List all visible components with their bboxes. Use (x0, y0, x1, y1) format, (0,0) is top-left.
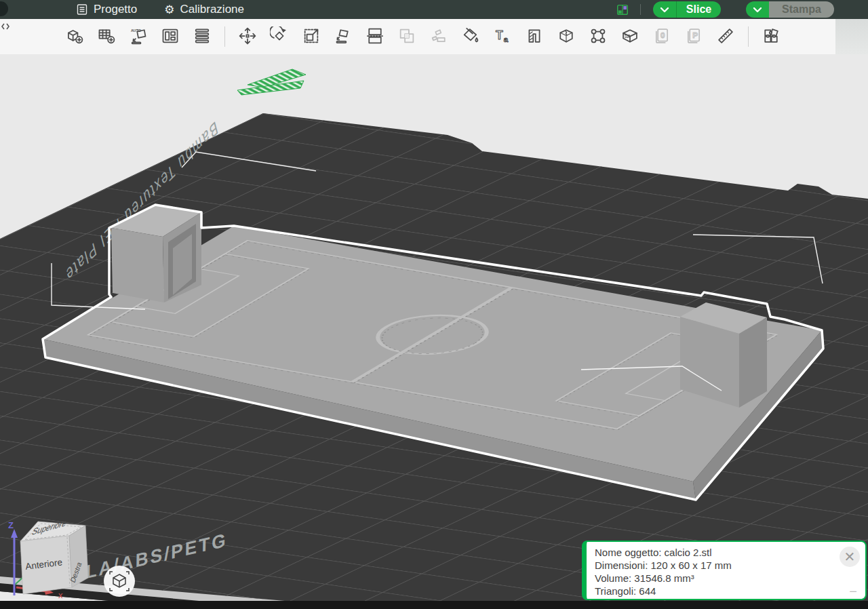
toolbar-repair-button[interactable] (554, 23, 578, 50)
info-line-name: Nome oggetto: calcio 2.stl (595, 546, 838, 559)
toolbar-objects-list-button[interactable] (190, 23, 214, 50)
close-icon: ✕ (844, 551, 856, 564)
measure-icon (716, 26, 735, 45)
assembly-icon (762, 26, 781, 45)
app-window: Bambu Textured PEI Plate PLA/ABS/PETG (0, 0, 868, 609)
toolbar-add-object-button[interactable] (62, 23, 87, 50)
info-line-volume: Volume: 31546.8 mm³ (595, 572, 838, 585)
top-menu-bar: Progetto ⚙ Calibrazione Slice (0, 0, 868, 19)
info-minimize-button[interactable]: − (849, 587, 857, 596)
app-logo (0, 1, 8, 16)
print-split-button: Stampa (746, 1, 834, 18)
toolbar-layers-button[interactable] (618, 23, 642, 50)
right-goal (680, 302, 767, 408)
toolbar-support-button[interactable] (522, 23, 547, 50)
calibration-gear-icon: ⚙ (164, 4, 174, 16)
minus-icon: − (849, 584, 857, 599)
toolbar-lay-flat-button[interactable] (331, 23, 355, 50)
toolbar-add-plate-button[interactable] (94, 23, 119, 50)
center-view-button[interactable] (104, 566, 135, 597)
seam-icon (589, 26, 608, 45)
support-icon (525, 26, 544, 45)
svg-text:T: T (496, 28, 503, 42)
toolbar-paint-button[interactable] (458, 23, 483, 50)
main-toolbar: AUTOTa0P (0, 19, 835, 54)
x-axis-label: x (58, 590, 63, 600)
collapse-chevrons-icon (1, 22, 10, 31)
add-plate-icon (97, 26, 116, 45)
auto-orient-icon: AUTO (129, 26, 148, 45)
slice-split-button: Slice (653, 1, 721, 18)
menu-calibrazione[interactable]: ⚙ Calibrazione (164, 3, 244, 16)
toolbar-preview-p-button[interactable]: P (682, 23, 706, 50)
slice-button[interactable]: Slice (676, 1, 721, 18)
toolbar-rotate-button[interactable] (267, 23, 292, 50)
preview-p-icon: P (684, 26, 703, 45)
info-line-triangles: Triangoli: 644 (595, 585, 838, 597)
cut-icon (366, 26, 384, 45)
toolbar-move-button[interactable] (235, 23, 260, 50)
toolbar-preview-zero-button[interactable]: 0 (650, 23, 674, 50)
print-button[interactable]: Stampa (769, 1, 834, 18)
toolbar-assembly-button[interactable] (759, 23, 783, 50)
move-icon (238, 26, 257, 45)
add-object-icon (65, 26, 84, 45)
toolbar-seam-button[interactable] (586, 23, 610, 50)
objects-list-icon (193, 26, 212, 45)
layers-icon (620, 26, 639, 45)
svg-text:a: a (504, 34, 509, 43)
text-tool-icon: Ta (493, 26, 512, 45)
svg-text:P: P (692, 30, 698, 39)
toolbar-scale-button[interactable] (299, 23, 323, 50)
toolbar-corner (835, 19, 868, 54)
toolbar-divider (224, 26, 225, 47)
repair-icon (557, 26, 576, 45)
project-list-icon (76, 3, 88, 16)
toolbar-arrange-button[interactable] (158, 23, 182, 50)
panel-collapse-button[interactable] (1, 22, 12, 34)
toolbar-cut-button[interactable] (363, 23, 387, 50)
toolbar-text-tool-button[interactable]: Ta (490, 23, 515, 50)
rotate-icon (270, 26, 289, 45)
chevron-down-icon (660, 7, 669, 13)
toolbar-split-button[interactable] (427, 23, 451, 50)
merge-icon (397, 26, 416, 45)
object-info-panel: Nome oggetto: calcio 2.stl Dimensioni: 1… (582, 541, 867, 600)
scale-icon (302, 26, 321, 45)
menu-progetto[interactable]: Progetto (76, 3, 137, 16)
toolbar-auto-orient-button[interactable]: AUTO (126, 23, 151, 50)
split-icon (429, 26, 448, 45)
arrange-icon (161, 26, 180, 45)
toolbar-merge-button[interactable] (395, 23, 419, 50)
bottom-bar (0, 601, 868, 609)
menu-calibrazione-label: Calibrazione (180, 3, 245, 16)
info-close-button[interactable]: ✕ (840, 547, 860, 567)
chevron-down-icon (753, 7, 762, 13)
toolbar-measure-button[interactable] (713, 23, 738, 50)
topbar-divider (640, 4, 641, 15)
plate-selector-icon[interactable] (616, 3, 629, 16)
print-dropdown-button[interactable] (746, 1, 769, 18)
slice-dropdown-button[interactable] (653, 1, 676, 18)
preview-zero-icon: 0 (652, 26, 671, 45)
lay-flat-icon (334, 26, 353, 45)
svg-text:0: 0 (660, 30, 665, 39)
green-arrow-object (237, 69, 306, 95)
menu-progetto-label: Progetto (94, 3, 137, 16)
info-line-dimensions: Dimensioni: 120 x 60 x 17 mm (595, 559, 838, 572)
z-axis-label: Z (8, 520, 14, 530)
paint-icon (461, 26, 480, 45)
viewport-3d[interactable]: Bambu Textured PEI Plate PLA/ABS/PETG (0, 0, 868, 609)
toolbar-divider (748, 26, 749, 47)
